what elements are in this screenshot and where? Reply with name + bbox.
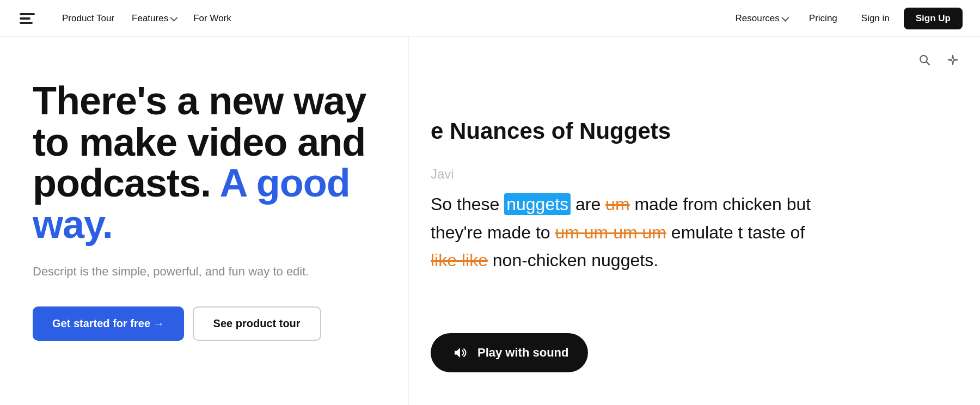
sparkle-icon-button[interactable] (943, 50, 963, 70)
demo-panel: e Nuances of Nuggets Javi So these nugge… (408, 37, 980, 405)
play-button-label: Play with sound (477, 346, 568, 360)
text-before-highlight: So these (431, 194, 499, 214)
see-product-tour-button[interactable]: See product tour (193, 306, 321, 341)
transcript-text: So these nuggets are um made from chicke… (431, 191, 823, 274)
logo[interactable] (17, 9, 37, 28)
nav-item-pricing[interactable]: Pricing (799, 9, 847, 28)
svg-line-5 (927, 62, 930, 65)
transcript-title: e Nuances of Nuggets (431, 118, 958, 145)
nav-item-resources[interactable]: Resources (728, 9, 795, 28)
transcript-area: e Nuances of Nuggets Javi So these nugge… (431, 70, 958, 322)
filler-word-1: um (605, 194, 629, 214)
top-icons (915, 50, 963, 70)
search-icon-button[interactable] (915, 50, 934, 70)
nav-item-features[interactable]: Features (124, 9, 183, 28)
resources-chevron-icon (781, 14, 789, 21)
signup-button[interactable]: Sign Up (904, 8, 963, 29)
play-area: Play with sound (431, 322, 958, 372)
filler-word-2: um um um um (555, 223, 666, 242)
signin-button[interactable]: Sign in (852, 9, 899, 28)
highlighted-word: nuggets (504, 193, 571, 215)
nav-right: Resources Pricing Sign in Sign Up (728, 8, 963, 29)
hero-buttons: Get started for free → See product tour (33, 306, 376, 341)
main-content: There's a new way to make video and podc… (0, 37, 980, 405)
nav-item-for-work[interactable]: For Work (186, 9, 239, 28)
get-started-button[interactable]: Get started for free → (33, 306, 184, 341)
text-after-highlight: are (575, 194, 601, 214)
svg-rect-2 (20, 17, 30, 20)
speaker-name: Javi (431, 167, 958, 182)
hero-headline: There's a new way to make video and podc… (33, 81, 376, 245)
svg-rect-1 (20, 13, 35, 15)
nav-item-product-tour[interactable]: Product Tour (54, 9, 122, 28)
features-chevron-icon (170, 14, 178, 21)
text-end: non-chicken nuggets. (493, 250, 658, 270)
navbar: Product Tour Features For Work Resources… (0, 0, 980, 37)
volume-icon (450, 343, 470, 363)
nav-left: Product Tour Features For Work (54, 9, 239, 28)
text-after-filler2: emulate t taste of (671, 223, 805, 242)
hero-section: There's a new way to make video and podc… (0, 37, 408, 405)
svg-rect-3 (20, 22, 33, 24)
play-with-sound-button[interactable]: Play with sound (431, 333, 588, 372)
strikethrough-word: like like (431, 250, 488, 270)
hero-subtext: Descript is the simple, powerful, and fu… (33, 262, 327, 280)
